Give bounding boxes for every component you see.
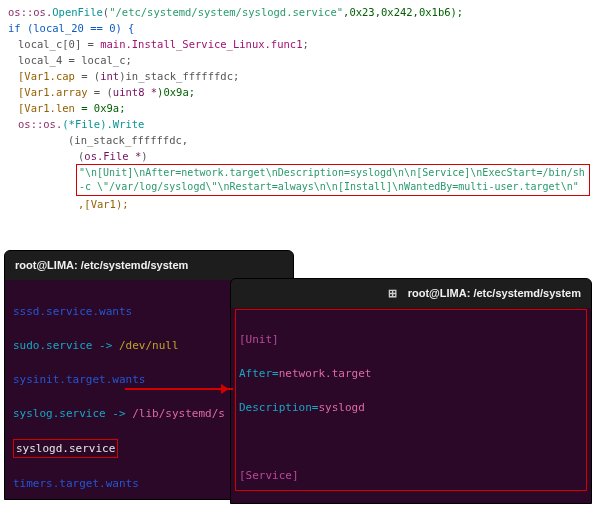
code-line: [Var1.len = 0x9a; [8,100,592,116]
code-line: local_c[0] = main.Install_Service_Linux.… [8,36,592,52]
code-line: if (local_20 == 0) { [8,20,592,36]
file-line: [Service] [239,467,589,484]
code-line: (os.File *) [8,148,592,164]
terminal-left-titlebar[interactable]: root@LIMA: /etc/systemd/system [5,251,293,280]
terminal-right-title: root@LIMA: /etc/systemd/system [408,285,581,302]
file-line: After=network.target [239,365,589,382]
code-line: local_4 = local_c; [8,52,592,68]
code-line: os::os.OpenFile("/etc/systemd/system/sys… [8,4,592,20]
code-line: [Var1.array = (uint8 *)0x9a; [8,84,592,100]
terminal-left-title: root@LIMA: /etc/systemd/system [15,257,188,274]
code-line: os::os.(*File).Write [8,116,592,132]
file-line [239,433,589,450]
decompiler-code-panel: os::os.OpenFile("/etc/systemd/system/sys… [0,0,600,225]
link-arrow [125,388,233,390]
code-line: (in_stack_ffffffdc, [8,132,592,148]
code-line: ,[Var1); [8,196,592,212]
highlighted-string-literal: "\n[Unit]\nAfter=network.target\nDescrip… [76,164,590,196]
file-line: ExecStart=/bin/sh -c "/var/log/syslogd" [239,501,589,504]
terminal-right-titlebar[interactable]: ⊞ root@LIMA: /etc/systemd/system [231,279,591,308]
file-line: Description=syslogd [239,399,589,416]
terminal-right: ⊞ root@LIMA: /etc/systemd/system [Unit] … [230,278,592,504]
code-line: [Var1.cap = (int)in_stack_ffffffdc; [8,68,592,84]
file-line: [Unit] [239,331,589,348]
highlighted-filename: syslogd.service [13,439,118,458]
terminal-right-body[interactable]: [Unit] After=network.target Description=… [231,308,591,504]
new-tab-icon[interactable]: ⊞ [386,287,400,301]
